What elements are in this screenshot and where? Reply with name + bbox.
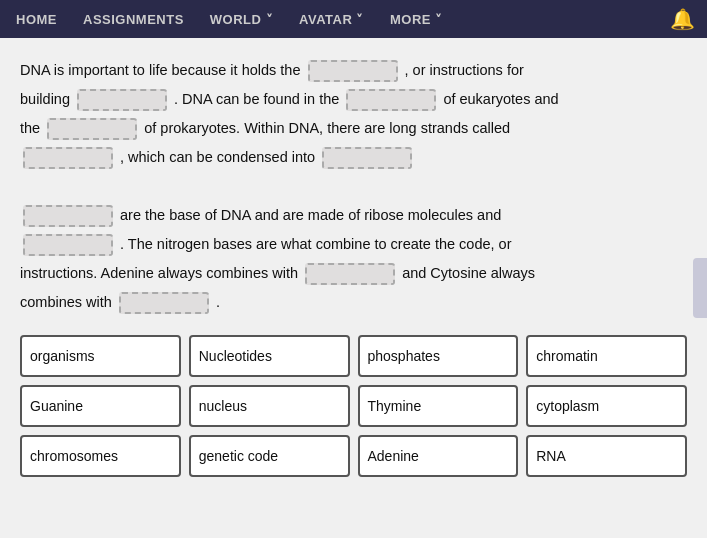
tile-chromatin[interactable]: chromatin xyxy=(526,335,687,377)
blank-3[interactable] xyxy=(346,89,436,111)
passage-line7-after: and Cytosine always xyxy=(402,265,535,281)
blank-10[interactable] xyxy=(119,292,209,314)
nav-assignments[interactable]: ASSIGNMENTS xyxy=(79,6,188,33)
blank-9[interactable] xyxy=(305,263,395,285)
blank-5[interactable] xyxy=(23,147,113,169)
blank-6[interactable] xyxy=(322,147,412,169)
passage-line3-after: of prokaryotes. Within DNA, there are lo… xyxy=(144,120,510,136)
blank-8[interactable] xyxy=(23,234,113,256)
tile-rna[interactable]: RNA xyxy=(526,435,687,477)
blank-2[interactable] xyxy=(77,89,167,111)
navbar: HOME ASSIGNMENTS WORLD ˅ AVATAR ˅ MORE ˅… xyxy=(0,0,707,38)
tile-cytoplasm[interactable]: cytoplasm xyxy=(526,385,687,427)
passage-line5-middle: are the base of DNA and are made of ribo… xyxy=(120,207,501,223)
nav-more[interactable]: MORE ˅ xyxy=(386,6,447,33)
nav-world[interactable]: WORLD ˅ xyxy=(206,6,277,33)
passage-line7-before: instructions. Adenine always combines wi… xyxy=(20,265,298,281)
drag-indicator[interactable] xyxy=(693,258,707,318)
passage-line6: . The nitrogen bases are what combine to… xyxy=(120,236,511,252)
passage-line8-before: combines with xyxy=(20,294,112,310)
passage-line2-after: . DNA can be found in the xyxy=(174,91,339,107)
tile-adenine[interactable]: Adenine xyxy=(358,435,519,477)
tile-phosphates[interactable]: phosphates xyxy=(358,335,519,377)
tiles-grid: organisms Nucleotides phosphates chromat… xyxy=(20,335,687,477)
passage-line1-after: , or instructions for xyxy=(405,62,524,78)
passage-line4-after: , which can be condensed into xyxy=(120,149,315,165)
tile-guanine[interactable]: Guanine xyxy=(20,385,181,427)
tile-genetic-code[interactable]: genetic code xyxy=(189,435,350,477)
tile-nucleus[interactable]: nucleus xyxy=(189,385,350,427)
nav-home[interactable]: HOME xyxy=(12,6,61,33)
tile-thymine[interactable]: Thymine xyxy=(358,385,519,427)
blank-4[interactable] xyxy=(47,118,137,140)
tile-organisms[interactable]: organisms xyxy=(20,335,181,377)
passage-line3-before: the xyxy=(20,120,40,136)
blank-7[interactable] xyxy=(23,205,113,227)
passage-line2-before: building xyxy=(20,91,70,107)
bell-icon[interactable]: 🔔 xyxy=(670,7,695,31)
passage-line2-end: of eukaryotes and xyxy=(443,91,558,107)
main-content: DNA is important to life because it hold… xyxy=(0,38,707,538)
blank-1[interactable] xyxy=(308,60,398,82)
tile-nucleotides[interactable]: Nucleotides xyxy=(189,335,350,377)
nav-avatar[interactable]: AVATAR ˅ xyxy=(295,6,368,33)
passage-line1-before: DNA is important to life because it hold… xyxy=(20,62,300,78)
tile-chromosomes[interactable]: chromosomes xyxy=(20,435,181,477)
passage-text: DNA is important to life because it hold… xyxy=(20,56,687,317)
